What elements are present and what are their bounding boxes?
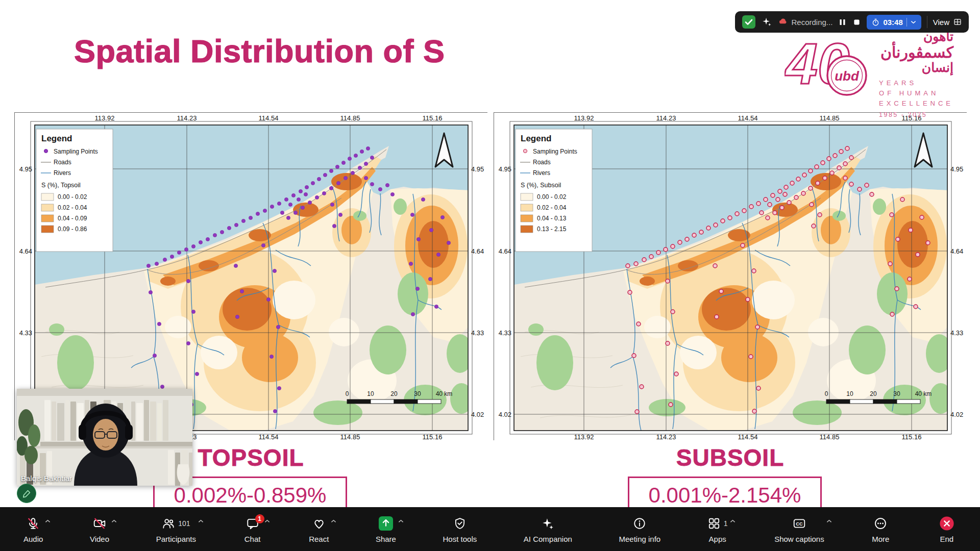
chevron-up-icon[interactable] xyxy=(730,519,736,523)
toolbar-host-tools-button[interactable]: Host tools xyxy=(437,507,483,551)
timer-icon xyxy=(872,18,879,26)
pencil-icon xyxy=(22,489,32,498)
toolbar-share-button[interactable]: Share xyxy=(370,507,402,551)
slide-title: Spatial Distribution of S xyxy=(74,33,445,69)
meeting-timer[interactable]: 03:48 xyxy=(867,15,921,30)
svg-text:115.16: 115.16 xyxy=(423,433,443,441)
svg-text:30: 30 xyxy=(893,390,900,397)
svg-text:4.95: 4.95 xyxy=(950,165,963,173)
svg-text:Rivers: Rivers xyxy=(533,169,550,177)
svg-text:0.04 - 0.13: 0.04 - 0.13 xyxy=(537,215,567,222)
svg-text:4.02: 4.02 xyxy=(471,411,484,418)
ai-sparkle-icon[interactable] xyxy=(761,16,772,28)
toolbar-share-label: Share xyxy=(376,535,396,543)
chevron-up-icon[interactable] xyxy=(198,519,204,523)
toolbar-apps-count: 1 xyxy=(724,519,728,528)
svg-text:0.00 - 0.02: 0.00 - 0.02 xyxy=(58,193,87,201)
logo-year-range: 1985 - 2025 xyxy=(879,110,953,120)
svg-text:30: 30 xyxy=(414,390,421,397)
toolbar-meeting-info-button[interactable]: Meeting info xyxy=(612,507,667,551)
svg-text:114.23: 114.23 xyxy=(656,433,676,441)
toolbar-more-button[interactable]: More xyxy=(865,507,896,551)
svg-text:0.02 - 0.04: 0.02 - 0.04 xyxy=(537,204,567,211)
svg-text:4.95: 4.95 xyxy=(499,165,511,173)
people-icon xyxy=(162,517,175,530)
toolbar-participants-label: Participants xyxy=(156,535,196,543)
view-button[interactable]: View xyxy=(933,18,962,27)
chevron-down-icon[interactable] xyxy=(911,20,916,24)
svg-text:114.85: 114.85 xyxy=(340,114,360,122)
chevron-up-icon[interactable] xyxy=(826,519,832,523)
apps-icon xyxy=(707,517,721,530)
security-shield-icon[interactable] xyxy=(742,15,755,29)
meeting-status-bar: Recording... 03:48 View xyxy=(735,11,969,33)
toolbar-participants-count: 101 xyxy=(178,519,190,528)
toolbar-participants-button[interactable]: 101Participants xyxy=(150,507,202,551)
toolbar-host-tools-label: Host tools xyxy=(443,535,477,543)
svg-text:40 km: 40 km xyxy=(436,390,453,397)
statusbar-divider xyxy=(927,16,927,28)
svg-text:Rivers: Rivers xyxy=(54,169,71,177)
toolbar-show-captions-label: Show captions xyxy=(774,535,824,543)
svg-text:Sampling Points: Sampling Points xyxy=(54,148,98,155)
svg-text:4.33: 4.33 xyxy=(471,329,484,337)
cc-icon: CC xyxy=(793,517,806,530)
svg-text:0.04 - 0.09: 0.04 - 0.09 xyxy=(58,215,87,222)
toolbar-show-captions-button[interactable]: CCShow captions xyxy=(768,507,830,551)
toolbar-ai-companion-button[interactable]: AI Companion xyxy=(518,507,578,551)
svg-text:4.95: 4.95 xyxy=(471,165,484,173)
svg-text:115.16: 115.16 xyxy=(902,433,922,441)
timer-divider xyxy=(906,18,907,27)
logo-ubd-text: ubd xyxy=(835,68,860,84)
map-legend: Legend Sampling Points Roads Rivers S (%… xyxy=(516,129,592,252)
chevron-up-icon[interactable] xyxy=(45,519,51,523)
camera-icon xyxy=(93,517,106,530)
svg-text:4.02: 4.02 xyxy=(499,411,511,418)
chevron-up-icon[interactable] xyxy=(331,519,336,523)
svg-text:10: 10 xyxy=(846,390,853,397)
toolbar-apps-button[interactable]: 1Apps xyxy=(701,507,734,551)
participant-name: Balqis Bakhtiar xyxy=(21,474,72,483)
svg-text:115.16: 115.16 xyxy=(423,114,443,122)
svg-text:0: 0 xyxy=(346,390,349,397)
meeting-toolbar: AudioVideo101ParticipantsChat1ReactShare… xyxy=(0,507,980,551)
chevron-up-icon[interactable] xyxy=(111,519,117,523)
pause-recording-button[interactable] xyxy=(838,18,847,27)
svg-text:Sampling Points: Sampling Points xyxy=(533,148,577,155)
chevron-up-icon[interactable] xyxy=(398,519,404,523)
recording-status-text: Recording... xyxy=(792,18,833,27)
view-label: View xyxy=(933,18,949,27)
chevron-up-icon[interactable] xyxy=(264,519,270,523)
annotation-pencil-button[interactable] xyxy=(17,484,36,503)
self-view-video[interactable]: Balqis Bakhtiar xyxy=(17,389,192,486)
logo-years-line1: YEARS xyxy=(879,78,953,88)
subsoil-caption: SUBSOIL xyxy=(494,444,967,471)
svg-text:0: 0 xyxy=(825,390,828,397)
timer-value: 03:48 xyxy=(883,18,902,27)
cloud-recording-icon xyxy=(778,17,788,27)
svg-text:4.33: 4.33 xyxy=(19,329,32,337)
svg-text:Roads: Roads xyxy=(54,159,71,166)
svg-text:114.23: 114.23 xyxy=(656,114,676,122)
toolbar-apps-label: Apps xyxy=(709,535,726,543)
toolbar-end-label: End xyxy=(940,535,953,543)
subsoil-map-panel: 113.92114.23114.54114.85115.16113.92114.… xyxy=(494,112,967,440)
toolbar-audio-button[interactable]: Audio xyxy=(17,507,49,551)
toolbar-video-button[interactable]: Video xyxy=(84,507,115,551)
recording-indicator: Recording... xyxy=(778,17,833,27)
toolbar-react-button[interactable]: React xyxy=(303,507,335,551)
toolbar-end-button[interactable]: End xyxy=(931,507,963,551)
svg-text:Legend: Legend xyxy=(41,134,72,143)
stop-recording-button[interactable] xyxy=(852,18,861,27)
toolbar-more-label: More xyxy=(872,535,889,543)
logo-arabic-text: تاهون كسمڤورنأن إنسان xyxy=(880,30,953,74)
toolbar-ai-companion-label: AI Companion xyxy=(524,535,572,543)
svg-text:4.64: 4.64 xyxy=(499,247,511,255)
svg-text:114.85: 114.85 xyxy=(340,433,360,441)
svg-text:10: 10 xyxy=(367,390,374,397)
svg-text:S (%), Subsoil: S (%), Subsoil xyxy=(521,182,561,189)
toolbar-video-label: Video xyxy=(90,535,109,543)
webcam-art xyxy=(17,389,192,486)
toolbar-chat-button[interactable]: Chat1 xyxy=(237,507,268,551)
svg-text:4.64: 4.64 xyxy=(19,247,32,255)
